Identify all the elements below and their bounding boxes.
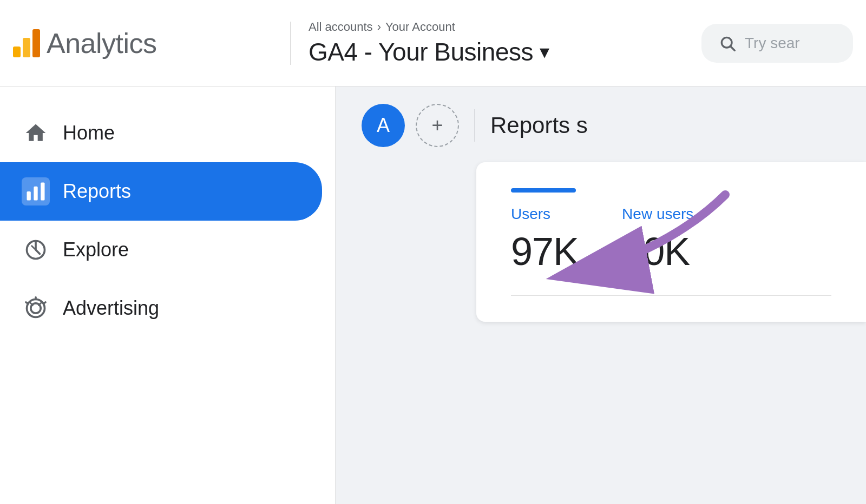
breadcrumb-your-account[interactable]: Your Account xyxy=(385,20,455,34)
new-users-stat: New users 80K xyxy=(622,205,693,274)
add-comparison-button[interactable]: + xyxy=(416,104,459,147)
svg-rect-3 xyxy=(34,187,37,201)
property-name: GA4 - Your Business xyxy=(309,37,533,67)
svg-line-1 xyxy=(731,47,734,50)
property-selector[interactable]: GA4 - Your Business ▾ xyxy=(309,37,701,67)
explore-icon xyxy=(22,236,50,264)
users-value: 97K xyxy=(511,229,579,274)
users-stat: Users 97K xyxy=(511,205,579,274)
sidebar-item-explore-label: Explore xyxy=(63,238,129,261)
home-icon xyxy=(22,119,50,147)
sidebar-item-reports-label: Reports xyxy=(63,180,131,203)
search-bar[interactable]: Try sear xyxy=(701,24,853,63)
sidebar: Home Reports Explore xyxy=(0,87,336,504)
advertising-icon xyxy=(22,294,50,322)
top-bar-divider xyxy=(474,109,475,142)
property-dropdown-arrow: ▾ xyxy=(540,41,549,63)
svg-rect-4 xyxy=(41,183,44,201)
sidebar-item-home-label: Home xyxy=(63,122,115,144)
svg-rect-2 xyxy=(27,191,31,201)
analytics-logo-icon xyxy=(13,29,40,57)
main-top-bar: A + Reports s xyxy=(336,87,866,164)
reports-icon xyxy=(22,177,50,205)
sidebar-item-explore[interactable]: Explore xyxy=(0,221,322,279)
logo-bar-3 xyxy=(32,29,40,57)
sidebar-item-reports[interactable]: Reports xyxy=(0,162,322,221)
header-divider xyxy=(290,22,291,65)
sidebar-item-advertising[interactable]: Advertising xyxy=(0,279,322,337)
new-users-value: 80K xyxy=(622,229,693,274)
users-label: Users xyxy=(511,205,579,223)
svg-line-9 xyxy=(44,302,45,303)
breadcrumb-chevron: › xyxy=(377,20,381,34)
breadcrumb: All accounts › Your Account xyxy=(309,20,701,34)
logo-bar-2 xyxy=(23,38,30,57)
app-header: Analytics All accounts › Your Account GA… xyxy=(0,0,866,87)
logo-bar-1 xyxy=(13,47,21,57)
main-area: A + Reports s Users 97K New users 80K xyxy=(336,87,866,504)
new-users-label: New users xyxy=(622,205,693,223)
stat-divider xyxy=(511,295,831,296)
logo-area: Analytics xyxy=(13,27,273,59)
content-area: Home Reports Explore xyxy=(0,87,866,504)
avatar[interactable]: A xyxy=(362,104,405,147)
card-top-bar xyxy=(511,188,576,193)
property-area: All accounts › Your Account GA4 - Your B… xyxy=(309,20,701,67)
svg-line-10 xyxy=(26,302,28,303)
app-title: Analytics xyxy=(47,27,157,59)
stats-card: Users 97K New users 80K xyxy=(476,162,866,322)
breadcrumb-all-accounts[interactable]: All accounts xyxy=(309,20,373,34)
search-placeholder: Try sear xyxy=(745,35,800,52)
reports-snapshot-label: Reports s xyxy=(490,112,588,138)
sidebar-item-home[interactable]: Home xyxy=(0,104,322,162)
search-icon xyxy=(719,35,736,52)
stats-row: Users 97K New users 80K xyxy=(511,205,831,274)
sidebar-item-advertising-label: Advertising xyxy=(63,297,159,320)
